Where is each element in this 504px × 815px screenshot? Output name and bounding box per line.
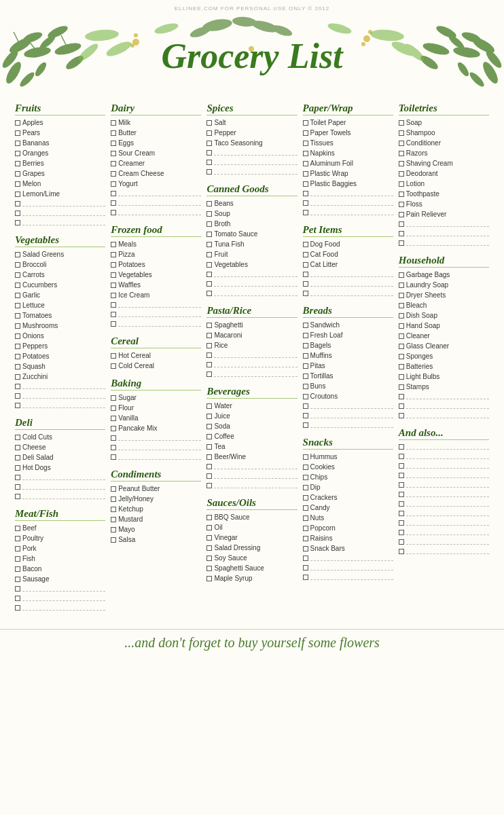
checkbox[interactable] [15,333,20,339]
checkbox[interactable] [206,372,212,377]
checkbox[interactable] [15,171,20,177]
checkbox[interactable] [206,141,212,146]
checkbox[interactable] [303,151,308,156]
checkbox[interactable] [15,445,20,450]
checkbox[interactable] [206,160,212,165]
checkbox[interactable] [111,353,116,359]
checkbox[interactable] [15,220,20,225]
checkbox[interactable] [206,272,212,277]
checkbox[interactable] [303,495,308,501]
checkbox[interactable] [111,312,116,317]
checkbox[interactable] [399,374,404,380]
checkbox[interactable] [399,151,404,156]
checkbox[interactable] [15,526,20,531]
checkbox[interactable] [15,201,20,206]
checkbox[interactable] [206,576,212,581]
checkbox[interactable] [399,482,404,488]
checkbox[interactable] [15,605,20,611]
checkbox[interactable] [15,211,20,216]
checkbox[interactable] [399,171,404,177]
checkbox[interactable] [303,171,308,177]
checkbox[interactable] [15,293,20,298]
checkbox[interactable] [303,565,308,570]
checkbox[interactable] [111,283,116,288]
checkbox[interactable] [206,556,212,561]
checkbox[interactable] [399,492,404,497]
checkbox[interactable] [399,313,404,319]
checkbox[interactable] [111,171,116,177]
checkbox[interactable] [15,374,20,380]
checkbox[interactable] [111,363,116,369]
checkbox[interactable] [111,272,116,278]
checkbox[interactable] [303,281,308,287]
checkbox[interactable] [399,161,404,166]
checkbox[interactable] [111,130,116,136]
checkbox[interactable] [15,192,20,197]
checkbox[interactable] [15,364,20,369]
checkbox[interactable] [111,120,116,126]
checkbox[interactable] [303,465,308,470]
checkbox[interactable] [303,485,308,490]
checkbox[interactable] [15,586,20,592]
checkbox[interactable] [303,323,308,328]
checkbox[interactable] [399,303,404,308]
checkbox[interactable] [111,395,116,401]
checkbox[interactable] [15,403,20,408]
checkbox[interactable] [111,293,116,298]
checkbox[interactable] [399,293,404,298]
checkbox[interactable] [15,323,20,329]
checkbox[interactable] [399,413,404,418]
checkbox[interactable] [15,354,20,359]
checkbox[interactable] [303,191,308,196]
checkbox[interactable] [303,333,308,338]
checkbox[interactable] [206,535,212,541]
checkbox[interactable] [303,505,308,511]
checkbox[interactable] [399,454,404,459]
checkbox[interactable] [303,556,308,561]
checkbox[interactable] [206,403,212,409]
checkbox[interactable] [15,130,20,136]
checkbox[interactable] [15,262,20,268]
checkbox[interactable] [206,454,212,460]
checkbox[interactable] [15,435,20,440]
checkbox[interactable] [206,291,212,296]
checkbox[interactable] [206,473,212,479]
checkbox[interactable] [206,201,212,206]
checkbox[interactable] [303,210,308,215]
checkbox[interactable] [399,511,404,516]
checkbox[interactable] [303,181,308,187]
checkbox[interactable] [111,405,116,411]
checkbox[interactable] [399,333,404,339]
checkbox[interactable] [111,435,116,441]
checkbox[interactable] [303,394,308,399]
checkbox[interactable] [206,242,212,247]
checkbox[interactable] [303,363,308,369]
checkbox[interactable] [206,444,212,450]
checkbox[interactable] [111,262,116,268]
checkbox[interactable] [15,556,20,562]
checkbox[interactable] [206,221,212,227]
checkbox[interactable] [15,577,20,582]
checkbox[interactable] [15,313,20,319]
checkbox[interactable] [206,323,212,328]
checkbox[interactable] [15,252,20,257]
checkbox[interactable] [206,252,212,257]
checkbox[interactable] [15,141,20,146]
checkbox[interactable] [399,473,404,478]
checkbox[interactable] [111,537,116,543]
checkbox[interactable] [111,517,116,522]
checkbox[interactable] [399,283,404,288]
checkbox[interactable] [399,231,404,236]
checkbox[interactable] [303,575,308,580]
checkbox[interactable] [303,374,308,379]
checkbox[interactable] [399,212,404,217]
checkbox[interactable] [111,507,116,512]
checkbox[interactable] [399,384,404,390]
checkbox[interactable] [303,515,308,521]
checkbox[interactable] [111,210,116,215]
checkbox[interactable] [303,291,308,296]
checkbox[interactable] [303,454,308,460]
checkbox[interactable] [111,151,116,156]
checkbox[interactable] [111,445,116,450]
checkbox[interactable] [111,416,116,421]
